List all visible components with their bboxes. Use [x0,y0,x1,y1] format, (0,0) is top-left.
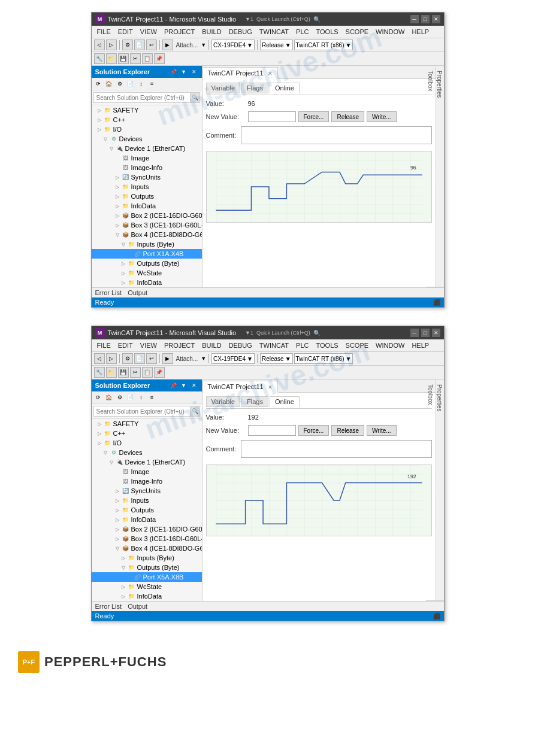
tree-item-cpp-2[interactable]: ▷ 📁 C++ [92,429,202,438]
tree-item-devices-1[interactable]: ▽ ⚙ Devices [92,134,202,144]
restore-btn-1[interactable]: □ [421,15,430,23]
se-close-2[interactable]: ✕ [190,381,198,390]
props-tab-2[interactable]: Properties [435,379,444,601]
tb-icon3-2[interactable]: ↩ [146,353,157,364]
se-tb-props-1[interactable]: 🏠 [104,79,114,89]
tree-item-safety-2[interactable]: ▷ 📁 SAFETY [92,419,202,429]
tb-forward-2[interactable]: ▷ [106,353,117,364]
tree-item-image-1[interactable]: 🖼 Image [92,153,202,163]
close-btn-2[interactable]: ✕ [432,329,440,337]
otab-variable-1[interactable]: Variable [206,83,241,93]
release-dropdown-2[interactable]: Release ▼ [260,353,293,364]
menu-tools-2[interactable]: TOOLS [313,341,341,350]
tree-item-box3-2[interactable]: ▷ 📦 Box 3 (ICE1-16DI-G60L-V1D) [92,534,202,544]
minimize-btn-1[interactable]: ─ [410,15,419,23]
menu-plc-2[interactable]: PLC [293,341,312,350]
comment-input-2[interactable] [241,440,431,458]
restore-btn-2[interactable]: □ [421,329,430,337]
tab-twincat-1[interactable]: TwinCAT Project11 ✕ [202,67,278,79]
props-tab-1[interactable]: Properties [435,66,444,287]
force-btn-1[interactable]: Force... [298,111,330,122]
menu-debug-1[interactable]: DEBUG [226,27,255,37]
menu-scope-2[interactable]: SCOPE [343,341,372,350]
titlebar-controls-2[interactable]: ─ □ ✕ [410,329,440,337]
output-btn-2[interactable]: Output [128,603,147,610]
tb2-icon1-1[interactable]: 🔧 [94,53,105,64]
se-tb-filter-2[interactable]: ⚙ [115,393,125,402]
menu-edit-2[interactable]: EDIT [115,341,136,350]
release-btn-2[interactable]: Release [331,425,364,436]
titlebar-controls-1[interactable]: ─ □ ✕ [410,15,440,23]
device-dropdown-1[interactable]: CX-19FDE4 ▼ [211,40,255,50]
tab-close-2[interactable]: ✕ [268,384,273,390]
tree-item-inbyte-2[interactable]: ▷ 📁 Inputs (Byte) [92,553,202,563]
tree-item-devices-2[interactable]: ▽ ⚙ Devices [92,448,202,457]
menu-scope-1[interactable]: SCOPE [343,27,372,37]
tb-icon1-2[interactable]: ⚙ [122,353,133,364]
tree-item-box2-2[interactable]: ▷ 📦 Box 2 (ICE1-16DIO-G60L-V1C [92,524,202,534]
se-search-btn-1[interactable]: 🔍 [191,92,200,103]
tb2-icon4-2[interactable]: ✂ [130,367,141,378]
menu-debug-2[interactable]: DEBUG [226,341,255,350]
se-close-1[interactable]: ✕ [190,68,198,76]
menu-file-1[interactable]: FILE [94,27,114,37]
platform-dropdown-2[interactable]: TwinCAT RT (x86) ▼ [294,353,353,364]
menu-window-2[interactable]: WINDOW [373,341,407,350]
tree-item-wcstate-2[interactable]: ▷ 📁 WcState [92,582,202,591]
menu-project-1[interactable]: PROJECT [161,27,198,37]
tb-back-2[interactable]: ◁ [94,353,105,364]
tree-item-sync-2[interactable]: ▷ 🔄 SyncUnits [92,486,202,496]
se-tb-add-2[interactable]: 📄 [126,393,135,402]
tb-back-1[interactable]: ◁ [94,40,105,50]
tb2-icon5-2[interactable]: 📋 [142,367,153,378]
tree-item-inputs-2[interactable]: ▷ 📁 Inputs [92,496,202,505]
platform-dropdown-1[interactable]: TwinCAT RT (x86) ▼ [294,40,353,50]
tree-item-wcstate-1[interactable]: ▷ 📁 WcState [92,268,202,278]
tree-item-outbyte-2[interactable]: ▽ 📁 Outputs (Byte) [92,563,202,572]
tb2-icon5-1[interactable]: 📋 [142,53,153,64]
tree-item-box4-1[interactable]: ▽ 📦 Box 4 (ICE1-8DI8DO-G60L-C1 [92,230,202,239]
menu-twincat-1[interactable]: TWINCAT [256,27,292,37]
se-tb-sync-2[interactable]: ⟳ [93,393,103,402]
write-btn-1[interactable]: Write... [367,111,396,122]
error-list-btn-1[interactable]: Error List [95,289,122,296]
se-tb-sync-1[interactable]: ⟳ [93,79,103,89]
tree-item-box2-1[interactable]: ▷ 📦 Box 2 (ICE1-16DIO-G60L-V1C [92,211,202,220]
se-tb-props-2[interactable]: 🏠 [104,393,114,402]
tab-close-1[interactable]: ✕ [268,71,273,77]
tb-icon1-1[interactable]: ⚙ [122,40,133,50]
tree-item-inputs-1[interactable]: ▷ 📁 Inputs [92,182,202,192]
newvalue-input-2[interactable] [248,425,296,436]
otab-flags-1[interactable]: Flags [241,83,268,93]
menu-project-2[interactable]: PROJECT [161,341,198,350]
tree-item-infod2-1[interactable]: ▷ 📁 InfoData [92,278,202,287]
otab-flags-2[interactable]: Flags [241,396,268,407]
force-btn-2[interactable]: Force... [298,425,330,436]
se-pin-1[interactable]: 📌 [170,68,178,76]
menu-help-2[interactable]: HELP [409,341,432,350]
tree-item-infodata-1[interactable]: ▷ 📁 InfoData [92,201,202,211]
tree-item-portx1a-1[interactable]: 🔗 Port X1A.X4B [92,249,202,259]
tb-icon2-2[interactable]: 📄 [134,353,145,364]
tree-item-image-2[interactable]: 🖼 Image [92,467,202,476]
tree-item-io-1[interactable]: ▷ 📁 I/O [92,125,202,134]
se-pin-2[interactable]: 📌 [170,381,178,390]
tree-item-infod2-2[interactable]: ▷ 📁 InfoData [92,591,202,601]
tree-item-infodata-2[interactable]: ▷ 📁 InfoData [92,515,202,524]
tree-item-box3-1[interactable]: ▷ 📦 Box 3 (ICE1-16DI-G60L-V1D) [92,220,202,230]
otab-variable-2[interactable]: Variable [206,396,241,407]
menu-window-1[interactable]: WINDOW [373,27,407,37]
menu-twincat-2[interactable]: TWINCAT [256,341,292,350]
error-list-btn-2[interactable]: Error List [95,603,122,610]
tree-item-sync-1[interactable]: ▷ 🔄 SyncUnits [92,172,202,182]
comment-input-1[interactable] [241,126,431,144]
tb-icon2-1[interactable]: 📄 [134,40,145,50]
tb2-icon2-2[interactable]: 📁 [106,367,117,378]
se-tb-collapse-1[interactable]: ≡ [147,79,157,89]
tb-forward-1[interactable]: ▷ [106,40,117,50]
se-tb-collapse-2[interactable]: ≡ [147,393,157,402]
minimize-btn-2[interactable]: ─ [410,329,419,337]
output-btn-1[interactable]: Output [128,289,147,296]
newvalue-input-1[interactable] [248,111,296,122]
menu-file-2[interactable]: FILE [94,341,114,350]
